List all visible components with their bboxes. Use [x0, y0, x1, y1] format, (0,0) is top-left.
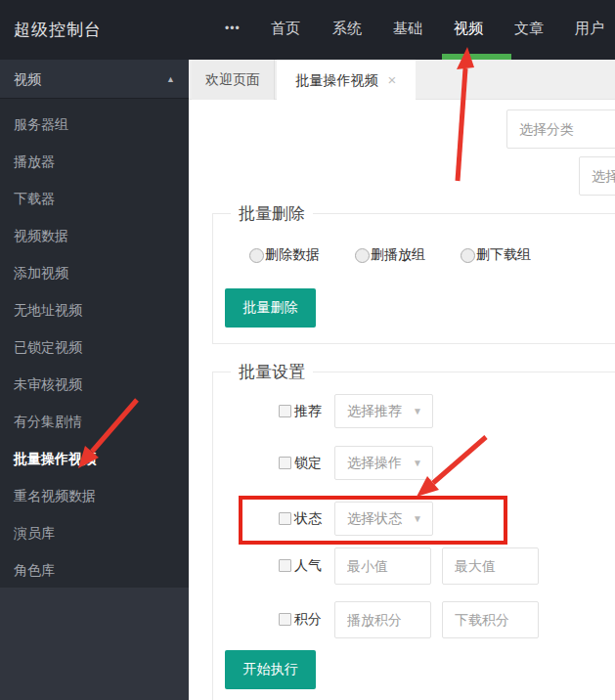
popularity-label: 人气 — [294, 557, 322, 575]
app-logo: 超级控制台 — [14, 0, 102, 60]
status-label: 状态 — [294, 510, 322, 528]
sidebar-item-video-data[interactable]: 视频数据 — [0, 217, 189, 254]
tab-bar: 欢迎页面 批量操作视频× — [189, 60, 615, 100]
sidebar-item-add-video[interactable]: 添加视频 — [0, 254, 189, 291]
tab-welcome-page[interactable]: 欢迎页面 — [192, 60, 275, 100]
batch-delete-radio-row: 删除数据 删播放组 删下载组 — [249, 246, 531, 264]
sidebar-menu-items: 服务器组 播放器 下载器 视频数据 添加视频 无地址视频 已锁定视频 未审核视频… — [0, 106, 189, 589]
nav-item-home[interactable]: 首页 — [271, 0, 300, 57]
app-window: 超级控制台 ••• 首页 系统 基础 视频 文章 用户 视频 ▲ 服务器组 播放… — [0, 0, 615, 700]
recommend-label: 推荐 — [294, 403, 322, 420]
sidebar-item-server-group[interactable]: 服务器组 — [0, 106, 189, 143]
sidebar-item-downloader[interactable]: 下载器 — [0, 180, 189, 217]
sidebar: 视频 ▲ 服务器组 播放器 下载器 视频数据 添加视频 无地址视频 已锁定视频 … — [0, 60, 189, 700]
radio-icon — [461, 248, 475, 263]
sidebar-item-batch-operate-video[interactable]: 批量操作视频 — [0, 440, 189, 477]
popularity-max-input[interactable] — [442, 547, 539, 585]
radio-label: 删下载组 — [476, 246, 531, 264]
radio-label: 删除数据 — [265, 246, 320, 264]
sidebar-group-label: 视频 — [14, 71, 41, 87]
chevron-down-icon: ▼ — [413, 447, 422, 479]
nav-item-user[interactable]: 用户 — [575, 0, 604, 57]
nav-item-system[interactable]: 系统 — [332, 0, 362, 57]
sidebar-item-locked-video[interactable]: 已锁定视频 — [0, 328, 189, 366]
sidebar-item-unreviewed-video[interactable]: 未审核视频 — [0, 366, 189, 403]
sidebar-group-video[interactable]: 视频 ▲ — [0, 60, 189, 99]
start-execute-button[interactable]: 开始执行 — [225, 650, 316, 689]
select-placeholder: 选择状态 — [347, 503, 402, 535]
sidebar-item-episodes-plot[interactable]: 有分集剧情 — [0, 403, 189, 440]
radio-delete-download-group[interactable]: 删下载组 — [461, 246, 531, 264]
batch-delete-button[interactable]: 批量删除 — [225, 288, 316, 328]
play-points-input[interactable] — [334, 601, 431, 638]
secondary-select[interactable]: 选择 — [579, 156, 615, 196]
lock-checkbox[interactable] — [279, 457, 291, 469]
chevron-down-icon: ▼ — [413, 503, 422, 535]
points-label: 积分 — [294, 611, 322, 629]
sidebar-item-player[interactable]: 播放器 — [0, 143, 189, 180]
sidebar-item-actor-library[interactable]: 演员库 — [0, 514, 189, 551]
radio-label: 删播放组 — [371, 246, 425, 264]
lock-label: 锁定 — [294, 455, 322, 472]
close-icon[interactable]: × — [388, 60, 397, 100]
top-navbar: 超级控制台 ••• 首页 系统 基础 视频 文章 用户 — [0, 0, 615, 60]
radio-delete-data[interactable]: 删除数据 — [249, 246, 320, 264]
download-points-input[interactable] — [442, 601, 539, 638]
nav-item-article[interactable]: 文章 — [514, 0, 544, 57]
radio-icon — [249, 248, 264, 263]
popularity-min-input[interactable] — [334, 547, 431, 585]
secondary-select-placeholder: 选择 — [592, 157, 615, 195]
tab-label: 批量操作视频 — [296, 72, 378, 88]
collapse-arrow-icon[interactable]: ▲ — [166, 60, 175, 99]
sidebar-menu-block: 视频 ▲ 服务器组 播放器 下载器 视频数据 添加视频 无地址视频 已锁定视频 … — [0, 60, 189, 588]
nav-item-basic[interactable]: 基础 — [393, 0, 422, 57]
select-placeholder: 选择操作 — [347, 447, 402, 479]
batch-delete-legend: 批量删除 — [231, 202, 313, 225]
sidebar-item-no-address-video[interactable]: 无地址视频 — [0, 291, 189, 328]
recommend-select[interactable]: 选择推荐 ▼ — [334, 394, 433, 428]
tab-batch-operate-video[interactable]: 批量操作视频× — [277, 60, 416, 101]
select-placeholder: 选择推荐 — [347, 395, 402, 427]
popularity-checkbox[interactable] — [279, 559, 291, 572]
status-select[interactable]: 选择状态 ▼ — [334, 502, 433, 536]
sidebar-item-role-library[interactable]: 角色库 — [0, 551, 189, 589]
batch-settings-legend: 批量设置 — [231, 361, 313, 383]
recommend-checkbox[interactable] — [279, 405, 291, 417]
category-select-placeholder: 选择分类 — [519, 110, 574, 148]
chevron-down-icon: ▼ — [413, 395, 422, 427]
radio-icon — [355, 248, 370, 263]
nav-item-video[interactable]: 视频 — [454, 0, 483, 57]
more-icon[interactable]: ••• — [225, 0, 241, 57]
radio-delete-play-group[interactable]: 删播放组 — [355, 246, 425, 264]
sidebar-item-duplicate-video-data[interactable]: 重名视频数据 — [0, 477, 189, 514]
points-checkbox[interactable] — [279, 613, 291, 626]
category-select[interactable]: 选择分类 — [506, 109, 615, 149]
lock-select[interactable]: 选择操作 ▼ — [334, 446, 433, 480]
status-checkbox[interactable] — [279, 512, 291, 525]
